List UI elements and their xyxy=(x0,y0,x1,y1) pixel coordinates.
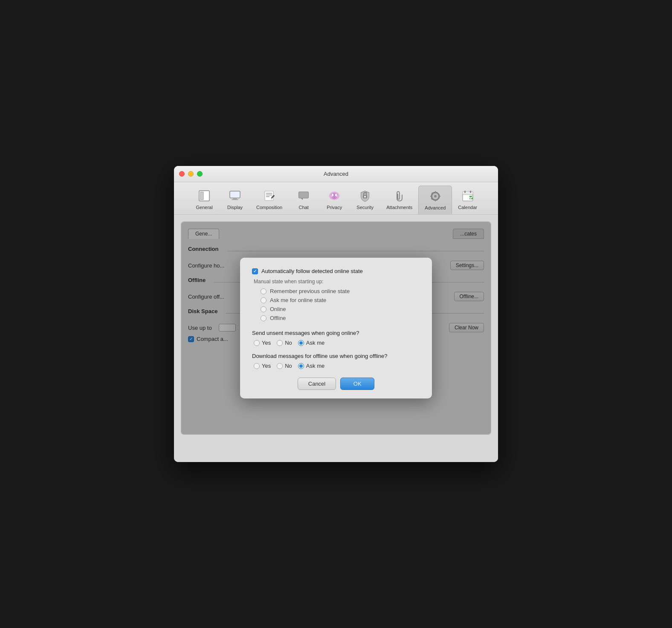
main-window: Advanced General Display xyxy=(174,166,498,462)
svg-rect-4 xyxy=(233,198,237,199)
calendar-icon xyxy=(460,188,475,204)
radio-row-offline: Offline xyxy=(261,315,420,321)
radio-online-label: Online xyxy=(270,306,286,312)
title-bar: Advanced xyxy=(174,166,498,182)
display-label: Display xyxy=(227,205,243,210)
display-icon xyxy=(227,188,243,204)
auto-follow-section: Automatically follow detected online sta… xyxy=(252,268,420,321)
dialog-buttons: Cancel OK xyxy=(252,378,420,390)
advanced-label: Advanced xyxy=(425,205,446,210)
send-unsent-radio-group: Yes No Ask me xyxy=(254,340,420,346)
svg-rect-32 xyxy=(470,191,471,193)
download-ask: Ask me xyxy=(298,363,324,369)
radio-row-online: Online xyxy=(261,306,420,312)
advanced-icon xyxy=(428,189,443,204)
toolbar: General Display xyxy=(174,182,498,215)
general-icon xyxy=(197,188,212,204)
close-button[interactable] xyxy=(179,171,185,177)
radio-remember-label: Remember previous online state xyxy=(270,288,350,294)
download-yes: Yes xyxy=(254,363,271,369)
attachments-icon xyxy=(392,188,407,204)
cancel-button[interactable]: Cancel xyxy=(298,378,336,390)
radio-download-yes[interactable] xyxy=(254,363,260,369)
send-unsent-label: Send unsent messages when going online? xyxy=(252,330,420,336)
download-messages-section: Download messages for offline use when g… xyxy=(252,353,420,369)
svg-rect-5 xyxy=(232,199,238,200)
svg-rect-20 xyxy=(435,191,436,193)
send-no-label: No xyxy=(285,340,292,346)
toolbar-item-chat[interactable]: Chat xyxy=(288,186,319,214)
svg-point-19 xyxy=(434,195,437,198)
content-area: Gene... ...cates Connection Configure ho… xyxy=(174,215,498,462)
toolbar-item-security[interactable]: Security xyxy=(350,186,380,214)
toolbar-item-privacy[interactable]: Privacy xyxy=(319,186,350,214)
radio-ask-online-label: Ask me for online state xyxy=(270,297,326,303)
send-unsent-no: No xyxy=(277,340,292,346)
chat-label: Chat xyxy=(299,205,309,210)
composition-label: Composition xyxy=(256,205,282,210)
manual-state-radio-group: Remember previous online state Ask me fo… xyxy=(261,288,420,321)
svg-rect-23 xyxy=(439,196,440,197)
download-yes-label: Yes xyxy=(262,363,271,369)
radio-row-remember: Remember previous online state xyxy=(261,288,420,294)
svg-rect-1 xyxy=(200,192,203,200)
radio-online[interactable] xyxy=(261,306,266,312)
svg-rect-11 xyxy=(299,192,308,198)
download-radio-group: Yes No Ask me xyxy=(254,363,420,369)
minimize-button[interactable] xyxy=(188,171,194,177)
svg-rect-22 xyxy=(430,196,432,197)
send-unsent-yes: Yes xyxy=(254,340,271,346)
download-messages-label: Download messages for offline use when g… xyxy=(252,353,420,359)
radio-ask-online[interactable] xyxy=(261,297,266,303)
radio-offline[interactable] xyxy=(261,315,266,321)
toolbar-item-advanced[interactable]: Advanced xyxy=(418,186,452,214)
dialog: Automatically follow detected online sta… xyxy=(240,258,432,398)
toolbar-item-general[interactable]: General xyxy=(189,186,220,214)
svg-rect-3 xyxy=(230,192,240,198)
toolbar-item-display[interactable]: Display xyxy=(220,186,250,214)
svg-rect-31 xyxy=(464,191,466,193)
send-ask-label: Ask me xyxy=(306,340,324,346)
download-no: No xyxy=(277,363,292,369)
svg-point-14 xyxy=(335,194,337,196)
calendar-label: Calendar xyxy=(458,205,477,210)
privacy-label: Privacy xyxy=(327,205,342,210)
security-label: Security xyxy=(356,205,374,210)
toolbar-item-calendar[interactable]: Calendar xyxy=(452,186,483,214)
auto-follow-checkbox[interactable] xyxy=(252,268,258,274)
attachments-label: Attachments xyxy=(386,205,412,210)
radio-remember[interactable] xyxy=(261,288,266,294)
privacy-icon xyxy=(327,188,342,204)
radio-download-no[interactable] xyxy=(277,363,283,369)
ok-button[interactable]: OK xyxy=(340,378,374,390)
send-unsent-ask: Ask me xyxy=(298,340,324,346)
radio-send-yes[interactable] xyxy=(254,340,260,346)
download-no-label: No xyxy=(285,363,292,369)
manual-state-label: Manual state when starting up: xyxy=(254,279,420,285)
settings-panel: Gene... ...cates Connection Configure ho… xyxy=(181,221,491,435)
radio-offline-label: Offline xyxy=(270,315,286,321)
send-yes-label: Yes xyxy=(262,340,271,346)
radio-send-ask[interactable] xyxy=(298,340,304,346)
radio-send-no[interactable] xyxy=(277,340,283,346)
composition-icon xyxy=(262,188,277,204)
toolbar-item-attachments[interactable]: Attachments xyxy=(380,186,418,214)
svg-rect-29 xyxy=(463,192,473,195)
dialog-overlay: Automatically follow detected online sta… xyxy=(181,222,491,434)
auto-follow-label: Automatically follow detected online sta… xyxy=(261,268,363,274)
svg-rect-21 xyxy=(435,200,436,201)
general-label: General xyxy=(196,205,212,210)
download-ask-label: Ask me xyxy=(306,363,324,369)
traffic-lights xyxy=(179,171,203,177)
send-unsent-section: Send unsent messages when going online? … xyxy=(252,330,420,346)
radio-row-ask-online: Ask me for online state xyxy=(261,297,420,303)
radio-download-ask[interactable] xyxy=(298,363,304,369)
window-title: Advanced xyxy=(324,171,348,177)
maximize-button[interactable] xyxy=(197,171,203,177)
svg-point-16 xyxy=(364,196,366,198)
toolbar-item-composition[interactable]: Composition xyxy=(250,186,288,214)
svg-rect-6 xyxy=(265,191,273,201)
svg-point-13 xyxy=(332,194,333,196)
chat-icon xyxy=(296,188,311,204)
security-icon xyxy=(357,188,373,204)
